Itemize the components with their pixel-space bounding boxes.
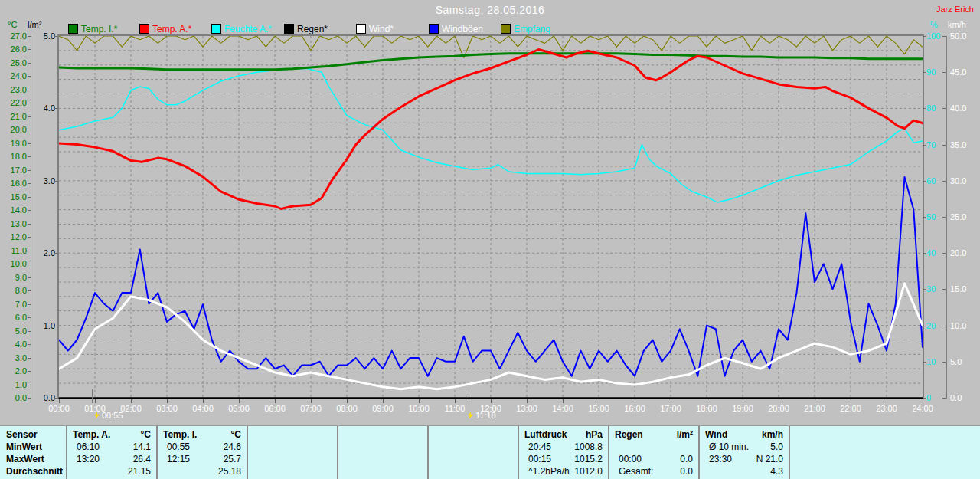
y-tick-mark	[28, 197, 31, 198]
y-tick-label: 25.0	[950, 213, 973, 221]
max-time: 00:00	[615, 453, 642, 465]
y-tick-mark	[28, 385, 31, 385]
x-tick-mark	[455, 399, 456, 403]
legend-item-5[interactable]: Wind*	[356, 24, 394, 34]
x-tick-label: 23:00	[871, 404, 902, 413]
y-tick-label: 15.0	[6, 193, 27, 202]
x-tick-label: 24:00	[907, 404, 938, 413]
x-tick-label: 14:00	[547, 404, 578, 413]
y-tick-mark	[923, 398, 926, 399]
y-tick-mark	[28, 304, 31, 305]
min-time	[615, 441, 619, 453]
stats-col-empty-1	[248, 426, 338, 479]
y-tick-mark	[923, 108, 926, 109]
chart-canvas	[59, 36, 923, 398]
avg-label	[705, 465, 709, 477]
max-value: N 21.0	[756, 453, 783, 465]
stats-table: Sensor MinWert MaxWert Durchschnitt Temp…	[0, 425, 980, 479]
stats-col-empty-2	[338, 426, 429, 479]
stats-col-luftdruck: LuftdruckhPa 20:451008.8 00:151015.2 ^1.…	[519, 426, 609, 479]
x-tick-label: 03:00	[152, 404, 182, 413]
row-label-sensor: Sensor	[0, 428, 66, 441]
y-tick-label: 30.0	[950, 177, 973, 185]
stats-col-wind: Windkm/h Ø 10 min.5.0 23:30N 21.0 4.3	[700, 426, 790, 479]
y-tick-label: 9.0	[6, 274, 27, 282]
legend-item-6[interactable]: Windböen	[429, 24, 483, 34]
y-tick-mark	[28, 49, 31, 50]
col-header: Luftdruck	[524, 428, 567, 441]
y-tick-label: 4.0	[6, 340, 27, 349]
min-value: 24.6	[224, 441, 241, 453]
x-tick-mark	[203, 399, 204, 403]
x-tick-mark	[851, 399, 851, 403]
y-tick-mark	[942, 253, 946, 254]
avg-value: 4.3	[770, 465, 783, 477]
col-header: Wind	[705, 428, 727, 441]
max-value: 1015.2	[574, 453, 603, 465]
y-tick-label: 20.0	[6, 126, 27, 134]
y-tick-mark	[28, 130, 31, 130]
x-tick-mark	[635, 399, 635, 403]
y-tick-label: 27.0	[6, 32, 27, 41]
x-tick-mark	[311, 399, 312, 403]
y-tick-mark	[54, 326, 57, 326]
y-tick-label: 10.0	[6, 260, 27, 268]
avg-value: 21.15	[128, 465, 151, 477]
legend-swatch	[429, 24, 439, 34]
y-tick-mark	[942, 326, 946, 326]
x-tick-mark	[239, 399, 240, 403]
y-tick-mark	[28, 210, 31, 211]
x-tick-mark	[887, 399, 887, 403]
min-time: 06:10	[73, 441, 100, 453]
max-value: 0.0	[680, 453, 693, 465]
chart-plot-area[interactable]	[57, 34, 924, 399]
y-tick-label: 10.0	[950, 322, 973, 330]
avg-label: ^1.2hPa/h	[524, 465, 570, 477]
x-tick-mark	[743, 399, 743, 403]
y-tick-mark	[28, 371, 31, 372]
x-tick-label: 08:00	[332, 404, 362, 413]
y-tick-mark	[942, 362, 946, 363]
x-tick-mark	[131, 399, 132, 403]
marker-line	[92, 389, 93, 403]
y-tick-label: 0.0	[6, 394, 27, 402]
x-tick-label: 17:00	[655, 404, 686, 413]
x-tick-label: 21:00	[799, 404, 830, 413]
col-header: Regen	[615, 428, 643, 441]
legend-swatch	[501, 24, 511, 34]
legend-swatch	[211, 24, 221, 34]
y-tick-mark	[923, 72, 926, 73]
marker-time-label: 11:18	[475, 411, 496, 420]
y-tick-label: 45.0	[950, 68, 973, 77]
y-tick-mark	[923, 36, 926, 37]
legend-item-1[interactable]: Temp. I.*	[68, 24, 117, 34]
x-tick-label: 22:00	[835, 404, 866, 413]
legend-item-4[interactable]: Regen*	[284, 24, 328, 34]
y-tick-mark	[28, 358, 31, 359]
x-tick-label: 10:00	[403, 404, 434, 413]
y-tick-label: 25.0	[6, 59, 27, 67]
legend-item-3[interactable]: Feuchte A.*	[211, 24, 272, 34]
y-tick-mark	[923, 289, 926, 290]
min-time: 20:45	[524, 441, 551, 453]
legend-item-7[interactable]: Empfang	[501, 24, 550, 34]
x-tick-label: 20:00	[763, 404, 794, 413]
x-tick-mark	[419, 399, 420, 403]
y-tick-mark	[923, 362, 926, 363]
stats-col-filler	[790, 426, 980, 479]
y-tick-mark	[54, 108, 57, 109]
y-tick-mark	[28, 317, 31, 318]
y-tick-label: 3.0	[6, 354, 27, 363]
y-tick-mark	[28, 344, 31, 345]
legend-label: Temp. A.*	[152, 24, 191, 34]
y-tick-mark	[28, 156, 31, 157]
y-tick-label: 14.0	[6, 206, 27, 215]
y-tick-mark	[28, 224, 31, 225]
y-tick-label: 5.0	[6, 327, 27, 336]
y-tick-mark	[28, 237, 31, 238]
y-tick-label: 15.0	[950, 285, 973, 294]
y-tick-label: 0.0	[950, 394, 973, 402]
y-tick-label: 12.0	[6, 233, 27, 241]
marker-time-label: 00:55	[102, 411, 123, 420]
legend-item-2[interactable]: Temp. A.*	[139, 24, 191, 34]
